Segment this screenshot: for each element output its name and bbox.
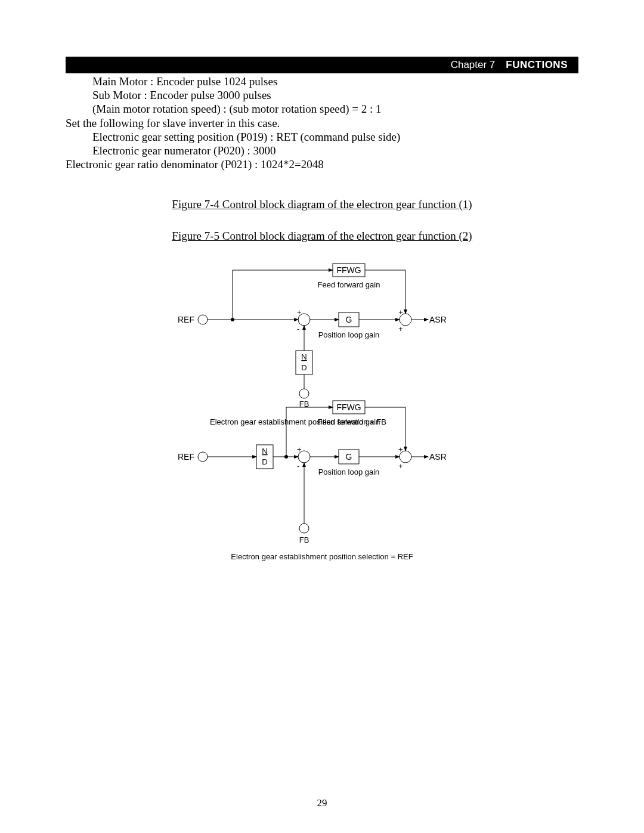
plus-sign: + (398, 462, 403, 470)
fb-label: FB (299, 535, 309, 544)
setting-example-label: [Setting example] (70, 57, 151, 70)
n-label: N (262, 447, 267, 456)
body-text: Main Motor : Encoder pulse 1024 pulses S… (66, 75, 578, 243)
functions-label: FUNCTIONS (506, 59, 568, 71)
ffwg-label: FFWG (336, 402, 361, 412)
body-line: Set the following for slave inverter in … (66, 116, 578, 130)
plus-sign: + (398, 308, 403, 317)
minus-sign: - (297, 324, 299, 333)
plus-sign: + (398, 445, 403, 454)
feed-forward-gain-label: Feed forward gain (318, 280, 380, 289)
n-label: N (301, 352, 306, 361)
position-loop-gain-label: Position loop gain (318, 467, 380, 476)
plus-sign: + (297, 445, 302, 454)
ref-label: REF (178, 452, 194, 462)
g-label: G (346, 315, 352, 324)
block-diagram: FFWG Feed forward gain REF + - G Positio… (167, 260, 477, 570)
chapter-label: Chapter 7 (451, 59, 496, 71)
body-line: Main Motor : Encoder pulse 1024 pulses (66, 75, 578, 88)
position-selection-fb-label: Electron gear establishment position sel… (210, 417, 386, 426)
svg-point-1 (198, 315, 208, 324)
d-label: D (301, 363, 306, 372)
body-line: (Main motor rotation speed) : (sub motor… (66, 102, 578, 116)
figure-caption-4: Figure 7-4 Control block diagram of the … (66, 197, 578, 211)
ffwg-label: FFWG (336, 265, 361, 275)
d-label: D (262, 457, 267, 466)
body-line: Electronic gear setting position (P019) … (66, 130, 578, 144)
body-line: Electronic gear numerator (P020) : 3000 (66, 144, 578, 157)
plus-sign: + (398, 324, 403, 333)
position-selection-ref-label: Electron gear establishment position sel… (231, 552, 413, 561)
position-loop-gain-label: Position loop gain (318, 330, 380, 339)
svg-point-6 (299, 389, 309, 398)
ref-label: REF (178, 315, 194, 324)
g-label: G (346, 452, 352, 462)
page: Chapter 7 FUNCTIONS [Setting example] Ma… (0, 0, 644, 833)
plus-sign: + (297, 308, 302, 317)
figure-caption-5: Figure 7-5 Control block diagram of the … (66, 229, 578, 243)
asr-label: ASR (429, 452, 447, 462)
page-number: 29 (0, 797, 644, 809)
svg-point-24 (299, 524, 309, 533)
minus-sign: - (297, 462, 299, 470)
svg-point-19 (198, 452, 208, 462)
body-line: Electronic gear ratio denominator (P021)… (66, 157, 578, 171)
body-line: Sub Motor : Encoder pulse 3000 pulses (66, 88, 578, 102)
asr-label: ASR (429, 315, 447, 324)
